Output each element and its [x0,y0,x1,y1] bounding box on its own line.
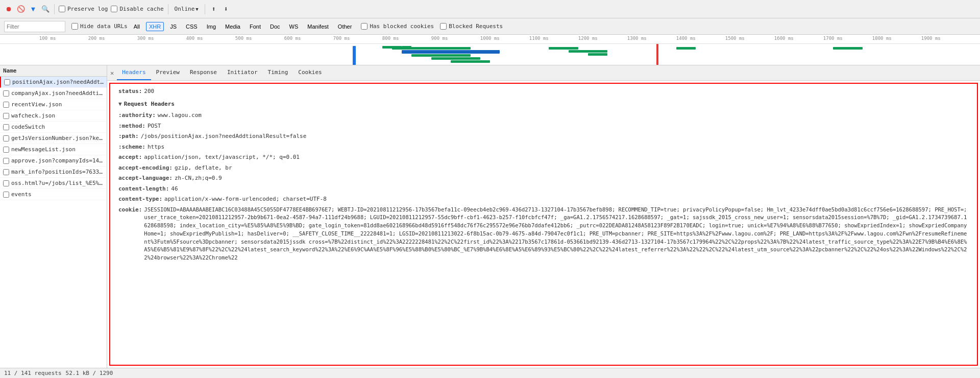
tbar-blue [402,50,500,54]
separator-3 [205,4,205,14]
disable-cache-label[interactable]: Disable cache [111,6,163,12]
request-item-checkbox[interactable] [3,180,9,186]
tab-timing[interactable]: Timing [263,65,293,80]
filter-css-button[interactable]: CSS [183,22,201,31]
tbar-vertical [353,46,356,65]
tick-1600ms: 1600 ms [774,36,794,41]
tick-1100ms: 1100 ms [529,36,549,41]
header-row: :path:/jobs/positionAjax.json?needAddtio… [118,132,969,141]
header-row: accept-language:zh-CN,zh;q=0.9 [118,174,969,183]
request-item[interactable]: recentView.json [0,99,107,110]
request-item[interactable]: getJsVersionNumber.json?key... [0,133,107,144]
preserve-log-label[interactable]: Preserve log [59,6,108,12]
tbar-red-line [656,44,658,65]
blocked-requests-checkbox[interactable] [440,23,447,30]
filter-js-button[interactable]: JS [167,22,180,31]
timeline-bars [0,44,980,65]
request-item-checkbox[interactable] [3,124,9,130]
request-item-checkbox[interactable] [3,113,9,119]
tab-cookies[interactable]: Cookies [293,65,327,80]
request-item[interactable]: codeSwitch [0,122,107,133]
tbar-6 [451,60,490,63]
online-select[interactable]: Online ▼ [173,5,201,13]
download-icon[interactable]: ⬇ [222,5,231,14]
record-icon[interactable]: ⏺ [4,5,13,14]
request-item[interactable]: oss.html?u=/jobs/list_%E5%A... [0,178,107,189]
filter-img-button[interactable]: Img [204,22,219,31]
tab-headers[interactable]: Headers [117,65,151,80]
has-blocked-cookies-label[interactable]: Has blocked cookies [361,23,434,30]
status-value: 200 [144,88,154,94]
request-item-checkbox[interactable] [3,169,9,175]
request-item[interactable]: approve.json?companyIds=14... [0,155,107,167]
header-value: POST [148,122,161,131]
tick-700ms: 700 ms [333,36,350,41]
tick-1300ms: 1300 ms [627,36,647,41]
filter-xhr-button[interactable]: XHR [146,22,164,31]
header-name: accept: [118,153,142,162]
header-value: /jobs/positionAjax.json?needAddtionalRes… [141,132,307,141]
tick-1500ms: 1500 ms [725,36,745,41]
header-name: :scheme: [118,143,145,152]
request-item-checkbox[interactable] [4,79,10,85]
request-item[interactable]: newMessageList.json [0,144,107,155]
request-item[interactable]: positionAjax.json?needAddtio... [0,77,107,88]
tbar-7 [549,47,578,50]
request-item-checkbox[interactable] [3,135,9,141]
tick-800ms: 800 ms [382,36,399,41]
header-row: :authority:www.lagou.com [118,111,969,120]
header-row: :scheme:https [118,143,969,152]
preserve-log-checkbox[interactable] [59,6,65,12]
header-row: accept-encoding:gzip, deflate, br [118,164,969,173]
hide-data-urls-label[interactable]: Hide data URLs [71,23,128,30]
tick-500ms: 500 ms [235,36,252,41]
left-panel: Name positionAjax.json?needAddtio...comp… [0,65,107,368]
filter-ws-button[interactable]: WS [286,22,302,31]
request-item-checkbox[interactable] [3,102,9,108]
filter-icon[interactable]: ▼ [29,5,38,14]
tick-1700ms: 1700 ms [823,36,843,41]
request-item[interactable]: companyAjax.json?needAddti... [0,88,107,99]
filter-row: Hide data URLs All XHR JS CSS Img Media … [0,18,980,35]
status-line: status: 200 [118,88,969,94]
header-value: 46 [171,185,178,194]
status-label: status: [118,88,142,94]
upload-icon[interactable]: ⬆ [209,5,218,14]
tick-300ms: 300 ms [137,36,154,41]
tbar-9 [588,53,607,56]
has-blocked-cookies-checkbox[interactable] [361,23,368,30]
blocked-requests-label[interactable]: Blocked Requests [440,23,503,30]
filter-all-button[interactable]: All [131,22,143,31]
tick-900ms: 900 ms [431,36,448,41]
header-value: JSESSIONID=ABAAABAABEIABC16C03488A45C505… [144,206,969,262]
request-item-checkbox[interactable] [3,192,9,198]
tab-preview[interactable]: Preview [151,65,185,80]
filter-manifest-button[interactable]: Manifest [304,22,332,31]
request-item-checkbox[interactable] [3,147,9,153]
request-item-name: mark_info?positionIds=76336... [11,169,104,175]
request-item[interactable]: mark_info?positionIds=76336... [0,167,107,178]
request-item[interactable]: wafcheck.json [0,110,107,122]
hide-data-urls-text: Hide data URLs [80,23,128,30]
filter-doc-button[interactable]: Doc [267,22,283,31]
clear-icon[interactable]: 🚫 [16,5,26,14]
name-column-header: Name [0,65,107,77]
filter-input[interactable] [4,21,65,32]
request-headers-section[interactable]: ▼ Request Headers [118,101,969,107]
request-item-checkbox[interactable] [3,158,9,164]
filter-media-button[interactable]: Media [222,22,243,31]
filter-font-button[interactable]: Font [247,22,264,31]
disable-cache-text: Disable cache [119,6,163,12]
tick-1900ms: 1900 ms [921,36,941,41]
hide-data-urls-checkbox[interactable] [71,23,78,30]
filter-other-button[interactable]: Other [335,22,355,31]
search-icon[interactable]: 🔍 [41,5,50,14]
tab-response[interactable]: Response [185,65,222,80]
tab-initiator[interactable]: Initiator [222,65,263,80]
close-tab-icon[interactable]: ✕ [110,69,114,77]
request-item-name: positionAjax.json?needAddtio... [12,79,104,85]
request-item[interactable]: events [0,189,107,200]
header-row: cookie:JSESSIONID=ABAAABAABEIABC16C03488… [118,206,969,262]
request-item-checkbox[interactable] [3,90,9,97]
disable-cache-checkbox[interactable] [111,6,117,12]
